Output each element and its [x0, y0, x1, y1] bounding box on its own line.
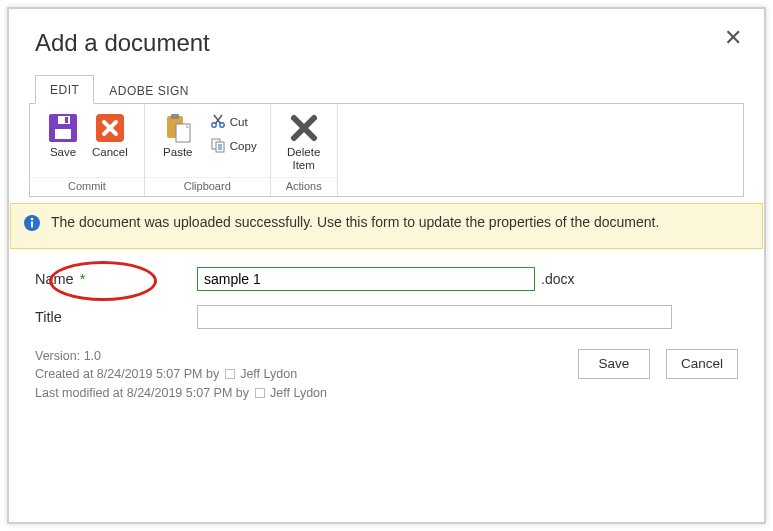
presence-icon — [255, 388, 265, 398]
svg-rect-1 — [55, 129, 71, 139]
save-icon — [47, 112, 79, 144]
ribbon-save-label: Save — [50, 146, 76, 159]
ribbon-cancel-label: Cancel — [92, 146, 128, 159]
ribbon-paste-label: Paste — [163, 146, 192, 159]
svg-point-16 — [31, 218, 34, 221]
meta-modified-user: Jeff Lydon — [270, 386, 327, 400]
meta-info: Version: 1.0 Created at 8/24/2019 5:07 P… — [35, 347, 327, 403]
footer: Version: 1.0 Created at 8/24/2019 5:07 P… — [35, 347, 738, 403]
title-input[interactable] — [197, 305, 672, 329]
ribbon-group-commit-label: Commit — [30, 177, 144, 196]
ribbon-save-button[interactable]: Save — [40, 110, 86, 161]
svg-rect-2 — [58, 116, 70, 124]
ribbon-cut-label: Cut — [230, 116, 248, 128]
close-icon[interactable]: ✕ — [724, 27, 742, 49]
ribbon-paste-button[interactable]: Paste — [155, 110, 201, 161]
copy-icon — [210, 137, 226, 155]
dialog-frame: ✕ Add a document EDIT ADOBE SIGN — [7, 7, 766, 524]
info-icon — [23, 214, 41, 237]
delete-icon — [288, 112, 320, 144]
meta-version: Version: 1.0 — [35, 347, 327, 366]
save-button[interactable]: Save — [578, 349, 650, 379]
tab-adobe-sign[interactable]: ADOBE SIGN — [94, 76, 204, 104]
ribbon-cancel-button[interactable]: Cancel — [86, 110, 134, 161]
ribbon-group-commit: Save Cancel Commit — [30, 104, 145, 196]
form: Name * .docx Title — [35, 267, 738, 329]
ribbon-group-clipboard-label: Clipboard — [145, 177, 270, 196]
title-label: Title — [35, 309, 62, 325]
name-input[interactable] — [197, 267, 535, 291]
ribbon-group-actions-label: Actions — [271, 177, 337, 196]
row-name: Name * .docx — [35, 267, 738, 291]
meta-created-prefix: Created at 8/24/2019 5:07 PM by — [35, 367, 219, 381]
info-message: The document was uploaded successfully. … — [51, 212, 659, 237]
svg-rect-3 — [65, 117, 68, 123]
ribbon-group-clipboard: Paste Cut — [145, 104, 271, 196]
file-extension: .docx — [541, 271, 574, 287]
meta-modified-prefix: Last modified at 8/24/2019 5:07 PM by — [35, 386, 249, 400]
presence-icon — [225, 369, 235, 379]
cut-icon — [210, 113, 226, 131]
required-mark: * — [80, 271, 86, 287]
ribbon: Save Cancel Commit — [29, 103, 744, 197]
dialog-title: Add a document — [35, 29, 764, 57]
svg-rect-6 — [171, 114, 179, 119]
ribbon-cut-button[interactable]: Cut — [207, 112, 260, 132]
info-bar: The document was uploaded successfully. … — [10, 203, 763, 248]
tab-edit[interactable]: EDIT — [35, 75, 94, 104]
name-label: Name — [35, 271, 74, 287]
ribbon-copy-label: Copy — [230, 140, 257, 152]
tabs: EDIT ADOBE SIGN — [35, 75, 764, 104]
row-title: Title — [35, 305, 738, 329]
meta-created-user: Jeff Lydon — [240, 367, 297, 381]
ribbon-delete-label: DeleteItem — [287, 146, 320, 171]
cancel-icon — [94, 112, 126, 144]
ribbon-group-actions: DeleteItem Actions — [271, 104, 338, 196]
paste-icon — [162, 112, 194, 144]
cancel-button[interactable]: Cancel — [666, 349, 738, 379]
ribbon-copy-button[interactable]: Copy — [207, 136, 260, 156]
svg-rect-17 — [31, 222, 33, 228]
ribbon-delete-button[interactable]: DeleteItem — [281, 110, 327, 173]
